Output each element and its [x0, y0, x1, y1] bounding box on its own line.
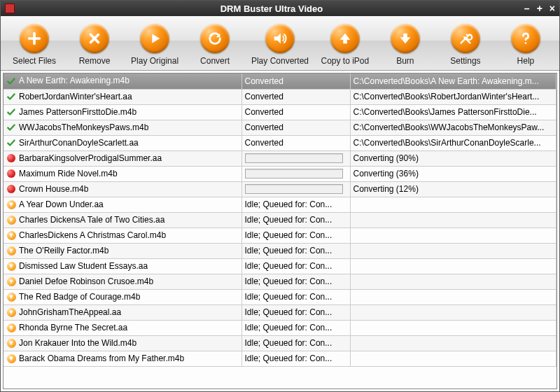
close-button[interactable]: ×: [550, 3, 555, 14]
burn-button[interactable]: Burn: [376, 22, 435, 67]
status-cell: Converted: [241, 89, 350, 104]
clock-icon: ▼: [6, 215, 16, 225]
table-row[interactable]: RobertJordanWinter'sHeart.aaConvertedC:\…: [4, 89, 556, 104]
table-row[interactable]: A New Earth: Awakening.m4bConvertedC:\Co…: [4, 74, 556, 89]
clock-icon: ▼: [6, 200, 16, 209]
clock-icon: ▼: [6, 246, 16, 255]
help-button[interactable]: Help: [496, 22, 555, 67]
maximize-button[interactable]: +: [537, 3, 542, 14]
file-name-cell: Maximum Ride Novel.m4b: [4, 166, 241, 181]
table-row[interactable]: ▼The O'Reilly Factor.m4bIdle; Queued for…: [4, 243, 556, 258]
toolbar: Select Files Remove Play Original Conver…: [1, 16, 559, 71]
path-cell: C:\Converted\Books\James PattersonFirstt…: [350, 104, 556, 120]
table-row[interactable]: SirArthurConanDoyleScarlett.aaConvertedC…: [4, 135, 556, 150]
settings-button[interactable]: Settings: [436, 22, 495, 67]
check-icon: [6, 107, 16, 117]
path-cell: [350, 335, 556, 351]
status-cell: Idle; Queued for: Con...: [241, 243, 350, 258]
table-row[interactable]: ▼Daniel Defoe Robinson Crusoe.m4bIdle; Q…: [4, 274, 556, 289]
file-name-cell: RobertJordanWinter'sHeart.aa: [4, 89, 241, 104]
clock-icon: ▼: [6, 292, 16, 302]
table-row[interactable]: ▼Rhonda Byrne The Secret.aaIdle; Queued …: [4, 320, 556, 335]
table-row[interactable]: Crown House.m4bConverting (12%): [4, 181, 556, 197]
file-name-cell: ▼JohnGrishamTheAppeal.aa: [4, 304, 241, 320]
check-icon: [6, 76, 16, 86]
path-cell: [350, 320, 556, 335]
minimize-button[interactable]: –: [524, 3, 530, 14]
file-name-cell: ▼The O'Reilly Factor.m4b: [4, 243, 241, 258]
arrow-down-icon: [391, 24, 420, 53]
question-icon: [511, 24, 540, 53]
path-cell: [350, 351, 556, 366]
table-row[interactable]: James PattersonFirsttoDie.m4bConvertedC:…: [4, 104, 556, 120]
file-name-cell: ▼Jon Krakauer Into the Wild.m4b: [4, 335, 241, 351]
table-row[interactable]: ▼CharlesDickens A Christmas Carol.m4bIdl…: [4, 227, 556, 243]
status-cell: Converted: [241, 74, 350, 89]
table-row[interactable]: ▼Barack Obama Dreams from My Father.m4bI…: [4, 351, 556, 366]
file-list[interactable]: A New Earth: Awakening.m4bConvertedC:\Co…: [3, 73, 557, 389]
play-converted-button[interactable]: Play Converted: [246, 22, 314, 67]
table-row[interactable]: ▼A Year Down Under.aaIdle; Queued for: C…: [4, 197, 556, 212]
clock-icon: ▼: [6, 338, 16, 348]
copy-to-ipod-button[interactable]: Copy to iPod: [316, 22, 374, 67]
path-cell: [350, 274, 556, 289]
table-row[interactable]: WWJacobsTheMonkeysPaws.m4bConvertedC:\Co…: [4, 120, 556, 135]
status-cell: Idle; Queued for: Con...: [241, 351, 350, 366]
status-cell: Converted: [241, 104, 350, 120]
path-cell: [350, 258, 556, 274]
app-icon: [5, 4, 15, 13]
status-cell: Idle; Queued for: Con...: [241, 335, 350, 351]
table-row[interactable]: ▼JohnGrishamTheAppeal.aaIdle; Queued for…: [4, 304, 556, 320]
check-icon: [6, 138, 16, 148]
table-row[interactable]: BarbaraKingsolverProdigalSummer.aaConver…: [4, 150, 556, 166]
file-name-cell: ▼A Year Down Under.aa: [4, 197, 241, 212]
file-name-cell: ▼Dismissed Law Student Essays.aa: [4, 258, 241, 274]
file-name-cell: BarbaraKingsolverProdigalSummer.aa: [4, 150, 241, 166]
table-row[interactable]: ▼Jon Krakauer Into the Wild.m4bIdle; Que…: [4, 335, 556, 351]
path-cell: [350, 289, 556, 304]
status-cell: Idle; Queued for: Con...: [241, 274, 350, 289]
clock-icon: ▼: [6, 354, 16, 363]
path-cell: C:\Converted\Books\SirArthurConanDoyleSc…: [350, 135, 556, 150]
svg-marker-5: [274, 33, 281, 43]
status-cell: Idle; Queued for: Con...: [241, 320, 350, 335]
svg-marker-4: [152, 34, 160, 43]
path-cell: [350, 243, 556, 258]
file-name-cell: WWJacobsTheMonkeysPaws.m4b: [4, 120, 241, 135]
table-row[interactable]: ▼The Red Badge of Courage.m4bIdle; Queue…: [4, 289, 556, 304]
clock-icon: ▼: [6, 323, 16, 332]
status-cell: Converted: [241, 135, 350, 150]
remove-button[interactable]: Remove: [65, 22, 124, 67]
red-dot-icon: [6, 169, 16, 178]
play-original-button[interactable]: Play Original: [125, 22, 184, 67]
file-name-cell: SirArthurConanDoyleScarlett.aa: [4, 135, 241, 150]
status-cell: [241, 150, 350, 166]
arrow-up-icon: [330, 24, 360, 53]
path-cell: Converting (36%): [350, 166, 556, 181]
table-row[interactable]: Maximum Ride Novel.m4bConverting (36%): [4, 166, 556, 181]
path-cell: C:\Converted\Books\RobertJordanWinter'sH…: [350, 89, 556, 104]
window-title: DRM Buster Ultra Video: [19, 4, 524, 14]
file-name-cell: Crown House.m4b: [4, 181, 241, 197]
path-cell: C:\Converted\Books\WWJacobsTheMonkeysPaw…: [350, 120, 556, 135]
check-icon: [6, 122, 16, 132]
select-files-button[interactable]: Select Files: [5, 22, 64, 67]
convert-button[interactable]: Convert: [186, 22, 244, 67]
file-name-cell: A New Earth: Awakening.m4b: [4, 74, 241, 89]
svg-marker-6: [340, 33, 351, 43]
file-name-cell: ▼CharlesDickens A Christmas Carol.m4b: [4, 227, 241, 243]
speaker-icon: [265, 24, 295, 53]
status-cell: Idle; Queued for: Con...: [241, 197, 350, 212]
svg-marker-7: [400, 33, 411, 43]
check-icon: [6, 92, 16, 102]
plus-icon: [20, 24, 49, 53]
titlebar: DRM Buster Ultra Video – + ×: [1, 1, 559, 16]
refresh-icon: [200, 24, 230, 53]
clock-icon: ▼: [6, 307, 16, 317]
path-cell: Converting (12%): [350, 181, 556, 197]
table-row[interactable]: ▼Dismissed Law Student Essays.aaIdle; Qu…: [4, 258, 556, 274]
status-cell: [241, 166, 350, 181]
status-cell: Idle; Queued for: Con...: [241, 227, 350, 243]
table-row[interactable]: ▼Charles DickensA Tale of Two Cities.aaI…: [4, 212, 556, 227]
path-cell: [350, 197, 556, 212]
